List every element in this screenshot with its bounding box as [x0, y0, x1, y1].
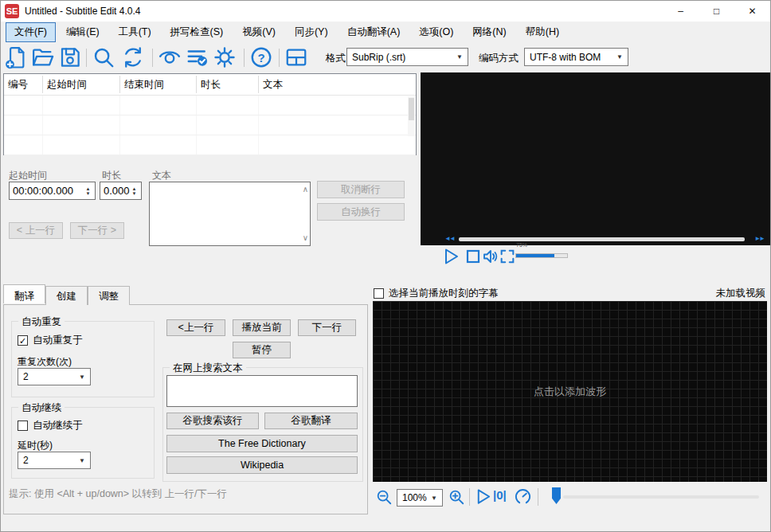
subtitle-list[interactable]: 编号 起始时间 结束时间 时长 文本	[3, 73, 417, 155]
playback-speed-icon[interactable]	[514, 487, 533, 507]
video-seek-bar[interactable]	[459, 237, 745, 241]
column-start-time[interactable]: 起始时间	[43, 76, 120, 93]
column-number[interactable]: 编号	[4, 76, 43, 93]
save-icon[interactable]	[58, 45, 82, 69]
new-file-icon[interactable]	[4, 45, 28, 69]
free-dictionary-button[interactable]: The Free Dictionary	[166, 435, 358, 452]
tab-translate[interactable]: 翻译	[3, 284, 45, 303]
zoom-out-icon[interactable]	[375, 488, 394, 507]
wikipedia-button[interactable]: Wikipedia	[166, 456, 358, 474]
toolbar-separator	[86, 49, 87, 67]
play-icon[interactable]	[441, 247, 460, 266]
minimize-button[interactable]: –	[663, 1, 699, 22]
help-icon[interactable]: ?	[249, 45, 273, 69]
duration-value: 0.000	[104, 185, 130, 197]
title-bar: SE Untitled - Subtitle Edit 4.0.4 – □ ✕	[1, 1, 770, 22]
scroll-down-icon[interactable]: ∨	[303, 234, 308, 242]
menu-tools[interactable]: 工具(T)	[110, 22, 160, 42]
menu-network[interactable]: 网络(N)	[464, 22, 515, 42]
duration-label: 时长	[102, 169, 121, 182]
waveform-placeholder: 点击以添加波形	[534, 385, 606, 399]
repeat-count-select[interactable]: 2 ▼	[18, 368, 91, 385]
spinner-down-icon[interactable]: ▼	[129, 191, 139, 196]
encoding-label: 编码方式	[479, 52, 519, 65]
spell-check-icon[interactable]	[186, 45, 209, 69]
video-status-label: 未加载视频	[716, 287, 766, 300]
start-time-input[interactable]: 00:00:00.000 ▲ ▼	[9, 182, 96, 200]
zoom-in-icon[interactable]	[448, 488, 467, 507]
prev-line-button[interactable]: < 上一行	[9, 222, 63, 239]
duration-stepper[interactable]: ▲ ▼	[129, 182, 139, 199]
pause-button[interactable]: 暂停	[233, 342, 291, 358]
list-scrollbar[interactable]	[408, 96, 415, 136]
video-seek-row: ◄◄ ►►	[421, 233, 770, 245]
delay-select[interactable]: 2 ▼	[18, 452, 91, 469]
find-icon[interactable]	[92, 45, 115, 69]
auto-repeat-checkbox-row[interactable]: ✓ 自动重复于	[18, 334, 83, 347]
column-text[interactable]: 文本	[259, 76, 416, 93]
google-search-button[interactable]: 谷歌搜索该行	[166, 413, 259, 429]
web-search-group-label: 在网上搜索文本	[170, 362, 246, 375]
menu-spellcheck[interactable]: 拼写检查(S)	[162, 22, 233, 42]
subtitle-text-area[interactable]: ∧ ∨	[149, 182, 311, 246]
menu-video[interactable]: 视频(V)	[233, 22, 284, 42]
auto-repeat-checkbox[interactable]: ✓	[18, 335, 28, 346]
volume-icon[interactable]	[481, 247, 500, 266]
auto-continue-checkbox-row[interactable]: 自动继续于	[18, 419, 83, 432]
settings-gear-icon[interactable]	[213, 45, 237, 69]
start-time-stepper[interactable]: ▲ ▼	[83, 182, 93, 199]
window-title: Untitled - Subtitle Edit 4.0.4	[25, 6, 140, 17]
replace-icon[interactable]	[121, 45, 145, 69]
volume-slider[interactable]	[515, 253, 568, 258]
play-next-button[interactable]: 下一行	[298, 319, 356, 336]
pause-at-zero-icon[interactable]: |0|	[493, 488, 507, 502]
play-current-button[interactable]: 播放当前	[233, 319, 291, 336]
format-select[interactable]: SubRip (.srt) ▼	[346, 48, 468, 66]
auto-continue-checkbox[interactable]	[18, 421, 28, 431]
tab-adjust[interactable]: 调整	[88, 286, 130, 305]
column-end-time[interactable]: 结束时间	[120, 76, 197, 93]
waveform-position-thumb[interactable]	[552, 487, 561, 504]
repeat-count-label: 重复次数(次)	[18, 355, 72, 369]
waveform-play-icon[interactable]	[474, 487, 493, 507]
stop-icon[interactable]	[464, 247, 483, 266]
autobreak-button[interactable]: 自动换行	[317, 203, 405, 221]
chevron-down-icon: ▼	[616, 53, 623, 61]
menu-edit[interactable]: 编辑(E)	[57, 22, 108, 42]
close-button[interactable]: ✕	[734, 1, 770, 22]
seek-forward-icon[interactable]: ►►	[754, 235, 764, 242]
table-row	[4, 96, 416, 115]
spinner-down-icon[interactable]: ▼	[83, 191, 93, 196]
menu-file[interactable]: 文件(F)	[6, 22, 56, 42]
column-duration[interactable]: 时长	[197, 76, 259, 93]
waveform-area[interactable]: 点击以添加波形	[373, 301, 767, 482]
duration-input[interactable]: 0.000 ▲ ▼	[100, 182, 142, 200]
maximize-button[interactable]: □	[699, 1, 734, 22]
format-value: SubRip (.srt)	[352, 52, 405, 63]
web-search-input[interactable]	[166, 375, 358, 407]
volume-percent-label: 75%	[516, 242, 527, 248]
layout-icon[interactable]	[284, 45, 308, 69]
chevron-down-icon: ▼	[79, 457, 85, 464]
waveform-zoom-value: 100%	[402, 492, 427, 503]
play-prev-button[interactable]: <上一行	[166, 319, 225, 336]
select-current-subtitle-checkbox[interactable]	[374, 288, 384, 299]
menu-autotranslate[interactable]: 自动翻译(A)	[339, 22, 409, 42]
open-file-icon[interactable]	[31, 45, 55, 69]
select-current-subtitle-row[interactable]: 选择当前播放时刻的字幕	[374, 287, 499, 300]
seek-back-icon[interactable]: ◄◄	[444, 235, 454, 242]
visual-sync-eye-icon[interactable]	[158, 45, 182, 69]
waveform-zoom-select[interactable]: 100% ▼	[397, 489, 443, 507]
scroll-up-icon[interactable]: ∧	[303, 186, 308, 194]
delay-value: 2	[23, 455, 29, 466]
unbreak-button[interactable]: 取消断行	[317, 181, 405, 198]
next-line-button[interactable]: 下一行 >	[70, 222, 124, 239]
video-display[interactable]	[421, 72, 770, 237]
menu-help[interactable]: 帮助(H)	[517, 22, 568, 42]
tab-create[interactable]: 创建	[45, 286, 88, 305]
menu-sync[interactable]: 同步(Y)	[286, 22, 337, 42]
encoding-select[interactable]: UTF-8 with BOM ▼	[524, 48, 628, 66]
menu-options[interactable]: 选项(O)	[410, 22, 462, 42]
waveform-position-slider[interactable]	[563, 495, 759, 499]
google-translate-button[interactable]: 谷歌翻译	[264, 413, 358, 429]
